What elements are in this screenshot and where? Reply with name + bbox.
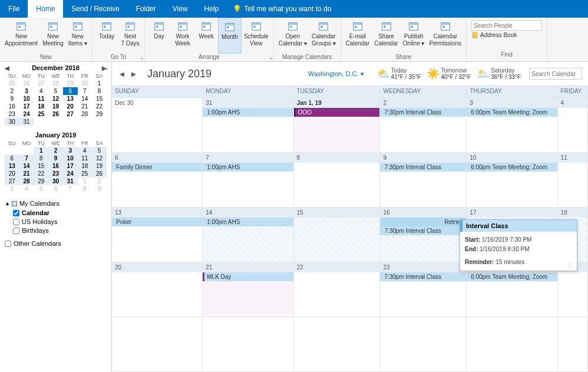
- mini-cal-day[interactable]: 26: [92, 170, 107, 177]
- calendar-cell[interactable]: 237:30pm Interval Class: [380, 262, 467, 317]
- mini-cal-day[interactable]: 21: [19, 170, 34, 177]
- calendar-event[interactable]: OOO: [294, 108, 380, 117]
- mini-cal-day[interactable]: 11: [34, 95, 48, 103]
- calendar-cell[interactable]: 4: [558, 98, 588, 153]
- mini-cal-day[interactable]: 7: [78, 87, 93, 95]
- calendar-cell[interactable]: Dec 30: [112, 98, 203, 153]
- mini-cal-day[interactable]: 4: [78, 147, 93, 154]
- mini-cal-day[interactable]: 14: [19, 162, 34, 170]
- ribbon-btn-share-calendar[interactable]: ShareCalendar: [372, 18, 401, 54]
- tell-me[interactable]: 💡Tell me what you want to do: [227, 5, 337, 13]
- next-month-icon[interactable]: ▶: [130, 70, 138, 78]
- mini-cal-day[interactable]: 17: [19, 103, 34, 110]
- ribbon-btn-day[interactable]: Day: [147, 18, 171, 54]
- refresh-icon[interactable]: ◌: [568, 262, 573, 268]
- menu-tab-help[interactable]: Help: [196, 0, 227, 18]
- mini-cal-day[interactable]: 4: [19, 185, 34, 193]
- mini-cal-day[interactable]: 31: [19, 118, 34, 126]
- mini-cal-day[interactable]: 25: [78, 170, 93, 177]
- mini-cal-day[interactable]: 9: [5, 95, 19, 103]
- mini-cal-day[interactable]: 7: [63, 185, 78, 193]
- mini-cal-day[interactable]: 25: [5, 80, 19, 87]
- ribbon-btn-calendar-groups-[interactable]: CalendarGroups ▾: [309, 18, 338, 54]
- calendar-event[interactable]: Poker: [112, 218, 202, 226]
- calendar-event[interactable]: 7:30pm Interval Class: [380, 226, 466, 235]
- ribbon-btn-new-items-[interactable]: NewItems ▾: [66, 18, 90, 54]
- calendar-cell[interactable]: Jan 1, 19OOO: [294, 98, 381, 153]
- mini-cal-day[interactable]: 7: [19, 154, 34, 162]
- calendar-event[interactable]: 6:00pm Team Meeting; Zoom: [467, 163, 557, 172]
- dialog-launcher-icon[interactable]: ↘: [269, 55, 273, 61]
- ribbon-btn-month[interactable]: Month: [218, 18, 242, 54]
- other-calendars-checkbox[interactable]: [5, 241, 11, 247]
- mini-cal-day[interactable]: 22: [92, 103, 107, 110]
- prev-icon[interactable]: ◀: [5, 65, 9, 71]
- calendar-event[interactable]: 7:30pm Interval Class: [380, 108, 466, 117]
- mini-cal-day[interactable]: 13: [5, 162, 19, 170]
- mini-cal-day[interactable]: 24: [19, 110, 34, 118]
- ribbon-btn-e-mail-calendar[interactable]: E-mailCalendar: [343, 18, 372, 54]
- ribbon-btn-new-meeting[interactable]: NewMeeting: [40, 18, 66, 54]
- mini-cal-day[interactable]: 28: [48, 80, 63, 87]
- location-dropdown[interactable]: Washington, D.C. ▾: [308, 70, 364, 78]
- ribbon-btn-next-days[interactable]: Next7 Days: [118, 18, 142, 54]
- mini-cal-day[interactable]: 20: [5, 170, 19, 177]
- calendar-checkbox[interactable]: [13, 219, 19, 225]
- mini-cal-day[interactable]: 23: [5, 110, 19, 118]
- my-calendars-group[interactable]: ▲ My Calendars: [5, 200, 107, 207]
- dialog-launcher-icon[interactable]: ↘: [140, 55, 144, 61]
- prev-month-icon[interactable]: ◀: [118, 70, 126, 78]
- mini-cal-day[interactable]: 1: [78, 177, 93, 185]
- mini-cal-day[interactable]: 16: [48, 162, 63, 170]
- mini-cal-day[interactable]: 1: [92, 80, 107, 87]
- mini-cal-day[interactable]: 30: [48, 177, 63, 185]
- mini-cal-day[interactable]: 6: [63, 87, 78, 95]
- calendar-cell[interactable]: 106:00pm Team Meeting; Zoom: [467, 153, 557, 208]
- calendar-event[interactable]: 7:30pm Interval Class: [380, 163, 466, 172]
- mini-cal-day[interactable]: 28: [19, 177, 34, 185]
- mini-cal-day[interactable]: 17: [63, 162, 78, 170]
- mini-cal-day[interactable]: 23: [48, 170, 63, 177]
- collapse-sidebar-icon[interactable]: ‹: [106, 65, 108, 72]
- calendar-cell[interactable]: 141:00pm AHS: [203, 208, 293, 262]
- mini-cal-day[interactable]: 19: [48, 103, 63, 110]
- menu-tab-folder[interactable]: Folder: [128, 0, 164, 18]
- menu-tab-view[interactable]: View: [164, 0, 196, 18]
- mini-cal-day[interactable]: 6: [5, 154, 19, 162]
- mini-cal-day[interactable]: 10: [19, 95, 34, 103]
- mini-cal-day[interactable]: 5: [92, 147, 107, 154]
- mini-cal-day[interactable]: 15: [92, 95, 107, 103]
- mini-cal-day[interactable]: 30: [78, 80, 93, 87]
- mini-cal-day[interactable]: 30: [5, 118, 19, 126]
- calendar-cell[interactable]: [467, 317, 557, 372]
- calendar-cell[interactable]: 8: [294, 153, 381, 208]
- calendar-event[interactable]: 1:00pm AHS: [203, 218, 293, 226]
- calendar-cell[interactable]: [112, 317, 203, 372]
- calendar-item-us-holidays[interactable]: US Holidays: [13, 218, 107, 225]
- mini-cal-day[interactable]: 8: [34, 154, 48, 162]
- calendar-cell[interactable]: 13Poker: [112, 208, 203, 262]
- mini-cal-day[interactable]: 3: [63, 147, 78, 154]
- calendar-event[interactable]: 6:00pm Team Meeting; Zoom: [467, 108, 557, 117]
- calendar-cell[interactable]: 22: [294, 262, 381, 317]
- mini-cal-day[interactable]: 5: [34, 185, 48, 193]
- calendar-cell[interactable]: 311:00pm AHS: [203, 98, 293, 153]
- mini-cal-day[interactable]: 20: [63, 103, 78, 110]
- calendar-cell[interactable]: 71:00pm AHS: [203, 153, 293, 208]
- calendar-checkbox[interactable]: [13, 210, 19, 216]
- ribbon-btn-publish-online-[interactable]: PublishOnline ▾: [401, 18, 427, 54]
- calendar-event[interactable]: 1:00pm AHS: [203, 108, 293, 117]
- address-book-button[interactable]: 📒Address Book: [471, 32, 517, 38]
- ribbon-btn-schedule-view[interactable]: ScheduleView: [242, 18, 271, 54]
- mini-cal-day[interactable]: 12: [48, 95, 63, 103]
- calendar-cell[interactable]: [203, 317, 293, 372]
- allday-event[interactable]: Retreat: [380, 218, 466, 226]
- mini-cal-day[interactable]: 29: [63, 80, 78, 87]
- search-people-input[interactable]: [471, 20, 542, 31]
- calendar-event[interactable]: 7:30pm Interval Class: [380, 272, 466, 281]
- mini-cal-day[interactable]: 3: [19, 87, 34, 95]
- calendar-event[interactable]: 1:00pm AHS: [203, 163, 293, 172]
- mini-cal-day[interactable]: 2: [48, 147, 63, 154]
- mini-cal-day[interactable]: 18: [78, 162, 93, 170]
- ribbon-btn-work-week[interactable]: WorkWeek: [171, 18, 194, 54]
